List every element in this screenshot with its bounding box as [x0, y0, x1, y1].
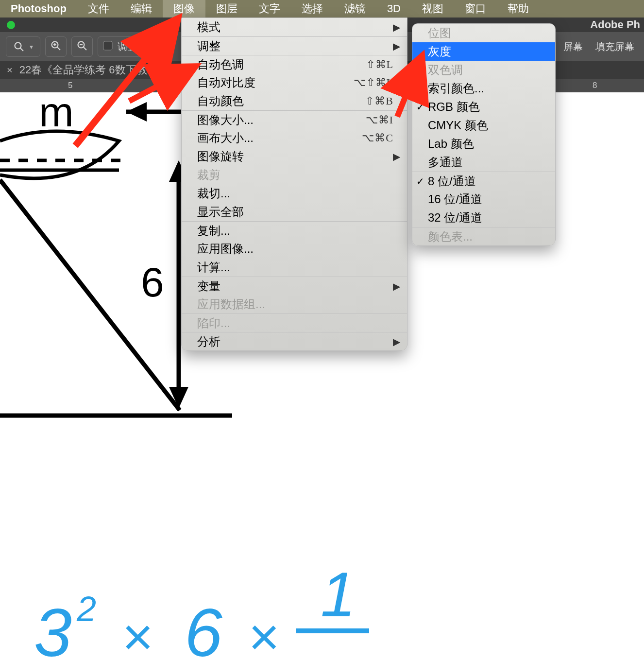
traffic-light-close[interactable] — [7, 21, 15, 29]
menu-item-label: 双色调 — [428, 62, 542, 78]
menu-item[interactable]: 复制... — [182, 221, 407, 240]
menu-shortcut: ⌥⇧⌘L — [354, 76, 393, 89]
menu-edit[interactable]: 编辑 — [120, 0, 163, 17]
menu-item-label: 分析 — [197, 334, 393, 349]
menu-item[interactable]: 图像大小...⌥⌘I — [182, 110, 407, 129]
zoom-out-button[interactable] — [71, 36, 93, 57]
menu-item[interactable]: 多通道 — [412, 153, 555, 172]
menu-image[interactable]: 图像 — [163, 0, 205, 17]
zoom-in-button[interactable] — [45, 36, 67, 57]
menu-item-label: 自动颜色 — [197, 93, 365, 109]
svg-point-0 — [15, 43, 21, 49]
menu-item-label: 8 位/通道 — [428, 174, 542, 189]
menu-item-label: 图像旋转 — [197, 149, 393, 164]
tab-filename[interactable]: 22春《全品学练考 6数下教 — [19, 63, 147, 77]
ruler-tick: 8 — [593, 81, 597, 90]
menu-item[interactable]: ✓RGB 颜色 — [412, 98, 555, 116]
svg-line-3 — [57, 47, 60, 50]
svg-text:×: × — [248, 607, 279, 661]
menubar: Photoshop 文件 编辑 图像 图层 文字 选择 滤镜 3D 视图 窗口 … — [0, 0, 644, 17]
menu-item[interactable]: 画布大小...⌥⌘C — [182, 129, 407, 147]
menu-item-label: 位图 — [428, 25, 542, 41]
menu-item-label: 模式 — [197, 19, 393, 35]
submenu-arrow-icon: ▶ — [393, 40, 400, 52]
fit-screen-label[interactable]: 屏幕 — [559, 40, 587, 53]
menu-item[interactable]: 计算... — [182, 258, 407, 277]
menu-file[interactable]: 文件 — [77, 0, 120, 17]
tab-close-icon[interactable]: × — [7, 65, 13, 76]
menu-item[interactable]: 变量▶ — [182, 277, 407, 295]
menu-item[interactable]: 索引颜色... — [412, 79, 555, 98]
menu-item[interactable]: 显示全部 — [182, 203, 407, 221]
menu-item[interactable]: CMYK 颜色 — [412, 116, 555, 135]
menu-item[interactable]: 模式▶ — [182, 18, 407, 36]
menu-shortcut: ⇧⌘L — [366, 58, 393, 71]
artwork-text-m: m — [39, 92, 74, 135]
menu-item-label: 计算... — [197, 260, 393, 275]
menu-item[interactable]: 调整▶ — [182, 36, 407, 55]
menu-item[interactable]: 图像旋转▶ — [182, 147, 407, 166]
svg-line-7 — [84, 47, 86, 50]
menubar-app[interactable]: Photoshop — [0, 0, 77, 17]
menu-item-label: 变量 — [197, 278, 393, 294]
mode-submenu: 位图灰度双色调索引颜色...✓RGB 颜色CMYK 颜色Lab 颜色多通道✓8 … — [412, 23, 556, 246]
menu-item-label: 陷印... — [197, 315, 393, 331]
menu-item-label: Lab 颜色 — [428, 136, 542, 152]
menu-window[interactable]: 窗口 — [454, 0, 497, 17]
menu-select[interactable]: 选择 — [291, 0, 334, 17]
menu-item: 应用数据组... — [182, 295, 407, 313]
magnifier-icon — [13, 41, 25, 52]
artwork-text-6: 6 — [141, 259, 164, 305]
menu-item[interactable]: 32 位/通道 — [412, 209, 555, 227]
menu-item[interactable]: 灰度 — [412, 42, 555, 61]
menu-text[interactable]: 文字 — [248, 0, 291, 17]
menu-item[interactable]: 应用图像... — [182, 240, 407, 258]
menu-item-label: 灰度 — [428, 44, 542, 59]
menu-item[interactable]: 分析▶ — [182, 332, 407, 350]
menu-help[interactable]: 帮助 — [497, 0, 540, 17]
menu-item-label: 复制... — [197, 223, 393, 239]
svg-rect-9 — [103, 41, 112, 50]
fill-screen-label[interactable]: 填充屏幕 — [592, 40, 638, 53]
menu-item[interactable]: 裁切... — [182, 184, 407, 203]
menu-item: 双色调 — [412, 61, 555, 79]
menu-item[interactable]: 自动对比度⌥⇧⌘L — [182, 73, 407, 92]
menu-shortcut: ⌥⌘C — [362, 132, 393, 144]
menu-item-label: 32 位/通道 — [428, 210, 542, 226]
submenu-arrow-icon: ▶ — [393, 21, 400, 33]
submenu-arrow-icon: ▶ — [393, 151, 400, 162]
menu-filter[interactable]: 滤镜 — [334, 0, 376, 17]
menu-item: 陷印... — [182, 313, 407, 332]
submenu-arrow-icon: ▶ — [393, 280, 400, 292]
menu-item-label: 颜色表... — [428, 229, 542, 244]
zoom-out-icon — [76, 40, 88, 54]
menu-3d[interactable]: 3D — [376, 0, 411, 17]
checkmark-icon: ✓ — [416, 175, 424, 187]
menu-item-label: 应用数据组... — [197, 296, 393, 312]
menu-shortcut: ⌥⌘I — [366, 114, 393, 126]
menu-item[interactable]: ✓8 位/通道 — [412, 172, 555, 190]
svg-text:6: 6 — [185, 594, 222, 661]
menu-item[interactable]: 自动颜色⇧⌘B — [182, 92, 407, 110]
menu-item-label: 自动对比度 — [197, 75, 354, 90]
zoom-in-icon — [50, 40, 62, 54]
checkbox-icon — [103, 41, 113, 53]
svg-text:2: 2 — [76, 590, 96, 628]
chevron-down-icon: ▾ — [30, 43, 33, 51]
svg-text:1: 1 — [321, 559, 356, 630]
document-title: Adobe Ph — [590, 18, 640, 31]
adjust-windows-toggle[interactable]: 调整 — [98, 36, 144, 57]
menu-item: 颜色表... — [412, 227, 555, 245]
menu-item[interactable]: 自动色调⇧⌘L — [182, 55, 407, 73]
svg-marker-16 — [126, 102, 147, 122]
menu-item-label: 图像大小... — [197, 112, 366, 128]
menu-item[interactable]: 16 位/通道 — [412, 190, 555, 209]
menu-item-label: RGB 颜色 — [428, 99, 542, 115]
menu-layer[interactable]: 图层 — [205, 0, 248, 17]
menu-item-label: 画布大小... — [197, 130, 362, 146]
zoom-tool-selector[interactable]: ▾ — [6, 36, 40, 57]
menu-item-label: 调整 — [197, 38, 393, 54]
menu-view[interactable]: 视图 — [411, 0, 454, 17]
menu-item-label: 裁切... — [197, 186, 393, 201]
menu-item[interactable]: Lab 颜色 — [412, 135, 555, 153]
